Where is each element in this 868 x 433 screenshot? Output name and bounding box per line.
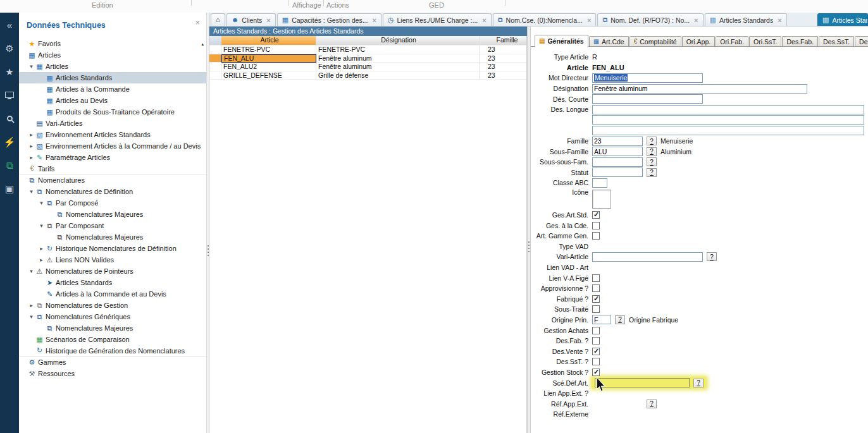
sidebar-item[interactable]: ▾▦Articles [19, 61, 206, 72]
expander-icon[interactable]: ▸ [37, 257, 46, 263]
checkbox[interactable] [592, 305, 600, 313]
menu-item[interactable]: GED [429, 1, 444, 9]
sidebar-item[interactable]: ⧉Nomenclatures [19, 174, 206, 186]
sidebar-item[interactable]: ▸✎Paramétrage Articles [19, 152, 206, 163]
form-tab[interactable]: ▦Art.Cde [589, 36, 629, 47]
sidebar-item[interactable]: ▾⧉Par Composé [19, 197, 206, 209]
sidebar-item[interactable]: ▸⧉Nomenclatures de Gestion [19, 300, 206, 311]
checkbox[interactable] [592, 337, 600, 345]
checkbox[interactable] [592, 369, 600, 376]
form-tab[interactable]: Ori.Fab. [716, 36, 748, 47]
text-input[interactable]: ALU [592, 147, 643, 156]
column-header[interactable] [209, 36, 221, 46]
form-tab[interactable]: Des.Fab. [782, 36, 818, 47]
sidebar-item[interactable]: ▸⚠Liens NON Valides [19, 254, 206, 265]
table-row[interactable]: FEN_ALU2Fenêtre aluminum23 [209, 63, 526, 71]
checkbox[interactable] [592, 327, 600, 334]
menu-item[interactable]: Affichage [292, 1, 321, 9]
lookup-button[interactable]: ? [693, 379, 704, 387]
sidebar-item[interactable]: ▦Articles au Devis [19, 95, 206, 106]
expander-icon[interactable]: ▾ [27, 188, 35, 195]
text-input[interactable] [592, 94, 703, 104]
form-tab[interactable]: Des.SsT. [819, 36, 854, 47]
text-input[interactable] [592, 157, 643, 167]
monitor-button[interactable] [0, 86, 19, 104]
table-row[interactable]: FEN_ALUFenêtre aluminum23 [209, 54, 526, 63]
sidebar-close-icon[interactable]: × [195, 18, 200, 27]
tab[interactable]: ▥Articles Stan... [817, 13, 868, 26]
sidebar-item[interactable]: ▦Produits de Sous-Traitance Opératoire [19, 106, 206, 118]
expander-icon[interactable]: ▸ [27, 131, 35, 138]
column-header[interactable]: Désignation [316, 36, 480, 46]
package-button[interactable]: ▣ [0, 180, 19, 197]
checkbox[interactable] [592, 211, 600, 219]
checkbox[interactable] [592, 284, 600, 292]
text-input[interactable] [592, 178, 607, 188]
column-header[interactable]: Article [221, 36, 316, 46]
lookup-button[interactable]: ? [707, 252, 717, 261]
icon-picker[interactable] [592, 190, 611, 209]
tab[interactable]: ◷Liens Res./UME Charge :...× [383, 13, 492, 26]
text-input[interactable] [595, 378, 690, 387]
sidebar-item[interactable]: ▸▧Environnement Articles Standards [19, 129, 206, 140]
tab-close-icon[interactable]: × [587, 16, 591, 24]
sidebar-item[interactable]: ➤Articles Standards [19, 277, 206, 288]
text-input[interactable] [592, 115, 864, 125]
form-tab[interactable]: Ori.App. [682, 36, 716, 47]
tab-close-icon[interactable]: × [482, 16, 486, 24]
tab[interactable]: ☻Clients× [226, 13, 276, 26]
tab[interactable]: ▦Capacités : Gestion des...× [277, 13, 381, 26]
scroll-up-icon[interactable]: ▴ [201, 42, 204, 47]
sidebar-item[interactable]: ⚙Gammes [19, 357, 206, 368]
tab[interactable]: ⧉Nom.Cse. (0):Nomencla...× [493, 13, 597, 26]
tab[interactable]: ▥Articles Standards× [705, 13, 787, 26]
text-input[interactable] [592, 105, 864, 114]
hierarchy-button[interactable]: ⧉ [0, 156, 19, 174]
tab-close-icon[interactable]: × [266, 16, 270, 24]
lookup-button[interactable]: ? [615, 315, 625, 324]
lookup-button[interactable]: ? [647, 157, 657, 166]
expander-icon[interactable]: ▸ [27, 143, 35, 149]
sidebar-item[interactable]: ▦Articles [19, 49, 206, 61]
sidebar-item[interactable]: ↻Historique de Génération des Nomenclatu… [19, 345, 206, 357]
lookup-button[interactable]: ? [647, 399, 657, 408]
text-input[interactable] [592, 126, 864, 135]
sidebar-item[interactable]: ▾⧉Nomenclatures Génériques [19, 311, 206, 322]
text-input[interactable]: Fenêtre aluminum [592, 84, 807, 94]
form-tab[interactable]: Ori.SsT. [749, 36, 781, 47]
text-input[interactable] [592, 252, 703, 262]
sidebar-item[interactable]: ▾⧉Par Composant [19, 220, 206, 231]
text-input[interactable]: Menuiserie [592, 73, 703, 83]
form-tab[interactable]: €Comptabilité [629, 36, 681, 47]
sidebar-item[interactable]: ★Favoris [19, 38, 206, 49]
sidebar-item[interactable]: ⧉Nomenclatures Majeures [19, 322, 206, 334]
sidebar-item[interactable]: ✎Articles à la Commande et au Devis [19, 288, 206, 300]
lookup-button[interactable]: ? [647, 168, 657, 177]
tab-close-icon[interactable]: × [372, 16, 376, 24]
lightning-button[interactable]: ⚡ [0, 133, 19, 150]
table-row[interactable]: FENETRE-PVCFENETRE-PVC23 [209, 46, 526, 54]
home-tab[interactable]: ⌂ [211, 13, 225, 26]
collapse-button[interactable]: « [0, 16, 19, 34]
checkbox[interactable] [592, 232, 600, 240]
checkbox[interactable] [592, 295, 600, 303]
expander-icon[interactable]: ▸ [27, 154, 35, 161]
sidebar-item[interactable]: ▦Articles à la Commande [19, 83, 206, 95]
sidebar-item[interactable]: ▤Vari-Articles [19, 118, 206, 129]
panel-splitter[interactable] [527, 27, 531, 433]
gear-button[interactable]: ⚙ [0, 39, 19, 57]
sidebar-item[interactable]: ▸▧Environnement Articles à la Commande /… [19, 140, 206, 152]
tab-close-icon[interactable]: × [694, 16, 698, 24]
sidebar-item[interactable]: ▾⚠Nomenclatures de Pointeurs [19, 265, 206, 277]
expander-icon[interactable]: ▾ [27, 268, 35, 274]
expander-icon[interactable]: ▸ [27, 302, 35, 308]
sidebar-item[interactable]: €Tarifs [19, 163, 206, 174]
expander-icon[interactable]: ▾ [27, 63, 35, 70]
star-button[interactable]: ★ [0, 63, 19, 80]
text-input[interactable]: 23 [592, 137, 643, 146]
search-button[interactable] [0, 109, 19, 127]
form-tab[interactable]: ▤Généralités [535, 35, 588, 47]
expander-icon[interactable]: ▸ [37, 245, 46, 252]
table-row[interactable]: GRILLE_DEFENSEGrille de défense23 [209, 71, 526, 80]
tab-close-icon[interactable]: × [778, 16, 781, 24]
